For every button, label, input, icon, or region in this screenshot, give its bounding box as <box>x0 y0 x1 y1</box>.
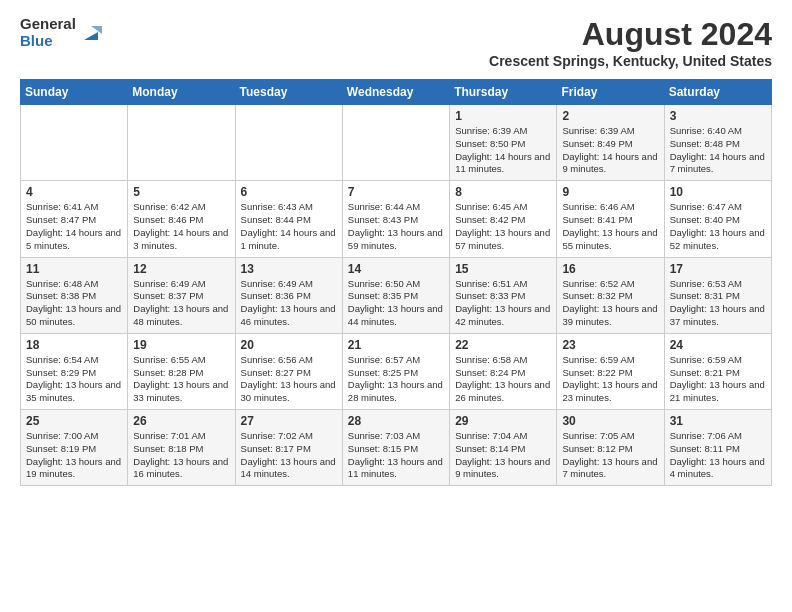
day-info: Sunrise: 6:45 AM Sunset: 8:42 PM Dayligh… <box>455 201 551 252</box>
logo-icon <box>80 22 102 44</box>
day-info: Sunrise: 6:55 AM Sunset: 8:28 PM Dayligh… <box>133 354 229 405</box>
table-row: 31Sunrise: 7:06 AM Sunset: 8:11 PM Dayli… <box>664 410 771 486</box>
calendar-week-row: 1Sunrise: 6:39 AM Sunset: 8:50 PM Daylig… <box>21 105 772 181</box>
table-row: 1Sunrise: 6:39 AM Sunset: 8:50 PM Daylig… <box>450 105 557 181</box>
day-number: 25 <box>26 414 122 428</box>
calendar-week-row: 18Sunrise: 6:54 AM Sunset: 8:29 PM Dayli… <box>21 333 772 409</box>
day-info: Sunrise: 6:41 AM Sunset: 8:47 PM Dayligh… <box>26 201 122 252</box>
day-number: 6 <box>241 185 337 199</box>
day-info: Sunrise: 7:00 AM Sunset: 8:19 PM Dayligh… <box>26 430 122 481</box>
day-number: 15 <box>455 262 551 276</box>
day-number: 12 <box>133 262 229 276</box>
day-number: 30 <box>562 414 658 428</box>
calendar-week-row: 11Sunrise: 6:48 AM Sunset: 8:38 PM Dayli… <box>21 257 772 333</box>
table-row: 27Sunrise: 7:02 AM Sunset: 8:17 PM Dayli… <box>235 410 342 486</box>
day-info: Sunrise: 7:06 AM Sunset: 8:11 PM Dayligh… <box>670 430 766 481</box>
table-row: 2Sunrise: 6:39 AM Sunset: 8:49 PM Daylig… <box>557 105 664 181</box>
col-monday: Monday <box>128 80 235 105</box>
day-number: 8 <box>455 185 551 199</box>
day-number: 7 <box>348 185 444 199</box>
day-info: Sunrise: 6:39 AM Sunset: 8:49 PM Dayligh… <box>562 125 658 176</box>
table-row: 22Sunrise: 6:58 AM Sunset: 8:24 PM Dayli… <box>450 333 557 409</box>
day-number: 29 <box>455 414 551 428</box>
table-row <box>128 105 235 181</box>
table-row: 23Sunrise: 6:59 AM Sunset: 8:22 PM Dayli… <box>557 333 664 409</box>
title-block: August 2024 Crescent Springs, Kentucky, … <box>489 16 772 69</box>
day-number: 5 <box>133 185 229 199</box>
table-row <box>235 105 342 181</box>
table-row: 3Sunrise: 6:40 AM Sunset: 8:48 PM Daylig… <box>664 105 771 181</box>
day-info: Sunrise: 6:44 AM Sunset: 8:43 PM Dayligh… <box>348 201 444 252</box>
page: General Blue August 2024 Crescent Spring… <box>0 0 792 496</box>
day-number: 22 <box>455 338 551 352</box>
subtitle: Crescent Springs, Kentucky, United State… <box>489 53 772 69</box>
table-row: 25Sunrise: 7:00 AM Sunset: 8:19 PM Dayli… <box>21 410 128 486</box>
day-number: 19 <box>133 338 229 352</box>
table-row: 16Sunrise: 6:52 AM Sunset: 8:32 PM Dayli… <box>557 257 664 333</box>
table-row: 30Sunrise: 7:05 AM Sunset: 8:12 PM Dayli… <box>557 410 664 486</box>
day-info: Sunrise: 6:43 AM Sunset: 8:44 PM Dayligh… <box>241 201 337 252</box>
day-info: Sunrise: 6:47 AM Sunset: 8:40 PM Dayligh… <box>670 201 766 252</box>
day-info: Sunrise: 6:42 AM Sunset: 8:46 PM Dayligh… <box>133 201 229 252</box>
logo: General Blue <box>20 16 102 49</box>
table-row <box>21 105 128 181</box>
day-info: Sunrise: 7:04 AM Sunset: 8:14 PM Dayligh… <box>455 430 551 481</box>
day-info: Sunrise: 7:03 AM Sunset: 8:15 PM Dayligh… <box>348 430 444 481</box>
logo-general: General <box>20 16 76 33</box>
table-row: 6Sunrise: 6:43 AM Sunset: 8:44 PM Daylig… <box>235 181 342 257</box>
day-number: 11 <box>26 262 122 276</box>
day-info: Sunrise: 6:59 AM Sunset: 8:21 PM Dayligh… <box>670 354 766 405</box>
table-row: 11Sunrise: 6:48 AM Sunset: 8:38 PM Dayli… <box>21 257 128 333</box>
table-row: 17Sunrise: 6:53 AM Sunset: 8:31 PM Dayli… <box>664 257 771 333</box>
day-number: 28 <box>348 414 444 428</box>
table-row: 24Sunrise: 6:59 AM Sunset: 8:21 PM Dayli… <box>664 333 771 409</box>
table-row: 15Sunrise: 6:51 AM Sunset: 8:33 PM Dayli… <box>450 257 557 333</box>
calendar-header-row: Sunday Monday Tuesday Wednesday Thursday… <box>21 80 772 105</box>
day-number: 16 <box>562 262 658 276</box>
day-info: Sunrise: 6:50 AM Sunset: 8:35 PM Dayligh… <box>348 278 444 329</box>
col-friday: Friday <box>557 80 664 105</box>
table-row: 29Sunrise: 7:04 AM Sunset: 8:14 PM Dayli… <box>450 410 557 486</box>
table-row: 7Sunrise: 6:44 AM Sunset: 8:43 PM Daylig… <box>342 181 449 257</box>
day-info: Sunrise: 6:40 AM Sunset: 8:48 PM Dayligh… <box>670 125 766 176</box>
svg-marker-0 <box>84 32 98 40</box>
col-sunday: Sunday <box>21 80 128 105</box>
table-row: 20Sunrise: 6:56 AM Sunset: 8:27 PM Dayli… <box>235 333 342 409</box>
day-info: Sunrise: 6:53 AM Sunset: 8:31 PM Dayligh… <box>670 278 766 329</box>
table-row: 4Sunrise: 6:41 AM Sunset: 8:47 PM Daylig… <box>21 181 128 257</box>
table-row: 5Sunrise: 6:42 AM Sunset: 8:46 PM Daylig… <box>128 181 235 257</box>
day-number: 10 <box>670 185 766 199</box>
day-number: 24 <box>670 338 766 352</box>
logo-blue: Blue <box>20 33 76 50</box>
main-title: August 2024 <box>489 16 772 53</box>
table-row: 14Sunrise: 6:50 AM Sunset: 8:35 PM Dayli… <box>342 257 449 333</box>
header: General Blue August 2024 Crescent Spring… <box>20 16 772 69</box>
day-number: 3 <box>670 109 766 123</box>
day-info: Sunrise: 6:57 AM Sunset: 8:25 PM Dayligh… <box>348 354 444 405</box>
day-info: Sunrise: 6:49 AM Sunset: 8:36 PM Dayligh… <box>241 278 337 329</box>
day-info: Sunrise: 6:49 AM Sunset: 8:37 PM Dayligh… <box>133 278 229 329</box>
day-number: 26 <box>133 414 229 428</box>
day-number: 4 <box>26 185 122 199</box>
calendar: Sunday Monday Tuesday Wednesday Thursday… <box>20 79 772 486</box>
day-info: Sunrise: 6:46 AM Sunset: 8:41 PM Dayligh… <box>562 201 658 252</box>
day-info: Sunrise: 7:05 AM Sunset: 8:12 PM Dayligh… <box>562 430 658 481</box>
day-info: Sunrise: 6:56 AM Sunset: 8:27 PM Dayligh… <box>241 354 337 405</box>
day-info: Sunrise: 6:48 AM Sunset: 8:38 PM Dayligh… <box>26 278 122 329</box>
day-number: 13 <box>241 262 337 276</box>
col-saturday: Saturday <box>664 80 771 105</box>
col-thursday: Thursday <box>450 80 557 105</box>
calendar-week-row: 4Sunrise: 6:41 AM Sunset: 8:47 PM Daylig… <box>21 181 772 257</box>
table-row: 28Sunrise: 7:03 AM Sunset: 8:15 PM Dayli… <box>342 410 449 486</box>
table-row: 10Sunrise: 6:47 AM Sunset: 8:40 PM Dayli… <box>664 181 771 257</box>
day-number: 17 <box>670 262 766 276</box>
day-number: 18 <box>26 338 122 352</box>
day-number: 31 <box>670 414 766 428</box>
table-row: 8Sunrise: 6:45 AM Sunset: 8:42 PM Daylig… <box>450 181 557 257</box>
day-info: Sunrise: 6:51 AM Sunset: 8:33 PM Dayligh… <box>455 278 551 329</box>
day-number: 20 <box>241 338 337 352</box>
day-number: 27 <box>241 414 337 428</box>
day-number: 2 <box>562 109 658 123</box>
logo-text: General Blue <box>20 16 76 49</box>
table-row <box>342 105 449 181</box>
